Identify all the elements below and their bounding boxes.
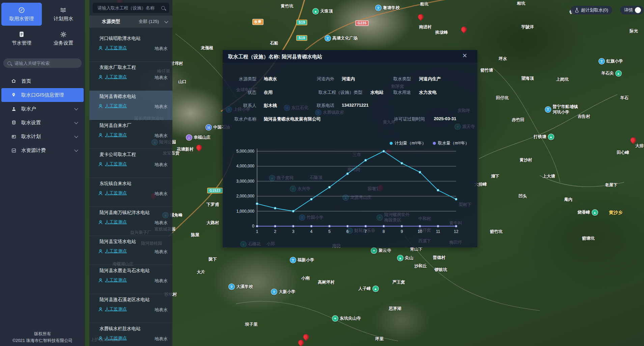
detail-label: 详情	[624, 7, 633, 13]
station-list-panel: 水源类型 全部 (125) 河口镇唱歌潭水电站 人工监测点 地表水 友能水厂取水…	[89, 0, 172, 346]
sidebar-item-1[interactable]: 取水口GIS信息管理	[1, 88, 84, 102]
monitor-type: 人工监测点	[105, 103, 127, 109]
source-type-filter[interactable]: 水源类型 全部 (125)	[89, 16, 172, 28]
person-icon	[99, 336, 103, 341]
field-river-inout-value: 河道内	[342, 76, 355, 82]
sidebar-item-2[interactable]: 取水户	[1, 102, 84, 116]
svg-text:2: 2	[274, 229, 276, 234]
station-name: 水唇镇水栏肚水电站	[100, 326, 141, 332]
chevron-down-icon	[74, 106, 78, 110]
filter-label: 水源类型	[102, 19, 120, 25]
modal-title: 取水工程（设施）名称: 陆河县青磜水电站	[228, 54, 322, 60]
app-tile-label: 计划用水	[54, 16, 73, 22]
chart-icon	[11, 148, 17, 153]
field-contact-value: 彭木桃	[264, 103, 277, 109]
field-owner-value: 陆河县青磜水电发展有限公司	[264, 116, 321, 122]
field-owner-label: 取水户名称	[224, 116, 256, 122]
station-list-item[interactable]: 陆河县水唇走马石水电站 人工监测点 地表水	[89, 265, 172, 294]
sidebar-search[interactable]	[3, 58, 82, 68]
app-root: 黄竹坑▲天珠顶文墩塘学校粗坑南进村挨垅蜂相坑芋陂洋际光铁人石船龙颈根文高塘文化广…	[0, 0, 644, 346]
detail-toggle-pill[interactable]: 详情	[620, 6, 644, 15]
svg-text:6: 6	[346, 229, 349, 234]
water-source-type: 地表水	[155, 104, 168, 110]
person-icon	[99, 46, 103, 50]
svg-text:3: 3	[292, 229, 295, 234]
water-source-type: 地表水	[155, 249, 168, 255]
person-icon	[99, 220, 103, 224]
station-list-item[interactable]: 陆河县宝塔水电站 人工监测点 地表水	[89, 236, 172, 265]
database-icon	[11, 120, 17, 125]
monitor-type: 人工监测点	[105, 335, 127, 341]
app-tile-2[interactable]: 节水管理	[1, 27, 42, 50]
filter-value[interactable]: 全部 (125)	[139, 19, 159, 25]
field-source-type-label: 水源类型	[224, 76, 256, 82]
legend-dot-actual	[433, 142, 436, 145]
user-icon	[11, 107, 17, 111]
over-plan-label: 超计划取水(0)	[581, 7, 608, 13]
close-icon[interactable]: ✕	[462, 53, 467, 59]
sidebar-item-label: 取水设置	[21, 119, 41, 126]
monitor-type: 人工监测点	[105, 277, 127, 283]
station-list-item[interactable]: 陆河县南万镇杞洋水电站 人工监测点 地表水	[89, 207, 172, 236]
station-list: 河口镇唱歌潭水电站 人工监测点 地表水 友能水厂取水工程 人工监测点 地表水 陆…	[89, 33, 172, 346]
station-list-item[interactable]: 友能水厂取水工程 人工监测点 地表水	[89, 62, 172, 91]
monitor-type: 人工监测点	[105, 45, 127, 51]
field-intake-type-value: 河道内生产	[419, 76, 441, 82]
copyright-line1: 版权所有	[0, 330, 85, 337]
station-name: 河口镇唱歌潭水电站	[100, 35, 141, 42]
legend-dot-plan	[390, 142, 393, 145]
station-search[interactable]	[93, 3, 169, 13]
chevron-down-icon	[74, 134, 78, 138]
svg-text:12: 12	[454, 229, 458, 234]
svg-text:5: 5	[328, 229, 331, 234]
over-plan-pill[interactable]: 超计划取水(0)	[571, 6, 612, 15]
station-list-item[interactable]: 水唇镇水栏肚水电站 人工监测点 地表水	[89, 323, 172, 346]
legend-item-actual[interactable]: 取水量（m³/年）	[433, 140, 469, 146]
station-list-item[interactable]: 陆河县自来水厂 人工监测点 地表水	[89, 120, 172, 149]
waves-icon	[60, 6, 67, 14]
sidebar-menu: 首页 取水口GIS信息管理 取水户 取水设置 取水计划 水资源计费	[0, 74, 85, 157]
field-phone-label: 联系电话	[302, 103, 334, 109]
field-usage-label: 取水用途	[379, 89, 411, 96]
toggle-knob[interactable]	[635, 7, 641, 13]
station-name: 陆河县激石溪老区水电站	[100, 297, 150, 303]
station-search-input[interactable]	[97, 5, 159, 11]
person-icon	[99, 278, 103, 283]
app-tile-label: 业务设置	[54, 40, 73, 46]
station-list-item[interactable]: 河口镇唱歌潭水电站 人工监测点 地表水	[89, 33, 172, 62]
station-list-item[interactable]: 麦卡公司取水工程 人工监测点 地表水	[89, 149, 172, 178]
monitor-type: 人工监测点	[105, 161, 127, 167]
station-name: 陆河县南万镇杞洋水电站	[100, 210, 150, 216]
station-name: 陆河县自来水厂	[100, 123, 132, 129]
chart-legend: 计划量（m³/年） 取水量（m³/年）	[390, 140, 469, 146]
station-list-item[interactable]: 陆河县激石溪老区水电站 人工监测点 地表水	[89, 294, 172, 323]
monitor-type: 人工监测点	[105, 190, 127, 196]
gear-icon	[60, 31, 66, 38]
water-source-type: 地表水	[155, 162, 168, 168]
station-list-item[interactable]: 东坑镇自来水站 人工监测点 地表水	[89, 178, 172, 207]
field-facility-type-label: 取水工程（设施）类型	[312, 89, 362, 96]
svg-text:10: 10	[418, 229, 422, 234]
app-tile-label: 节水管理	[12, 40, 31, 46]
sidebar-search-input[interactable]	[14, 60, 78, 66]
app-tile-3[interactable]: 业务设置	[43, 27, 84, 50]
gauge-icon	[18, 6, 25, 14]
water-source-type: 地表水	[155, 133, 168, 139]
app-tile-0[interactable]: 取用水管理	[1, 3, 42, 26]
sidebar-item-4[interactable]: 取水计划	[1, 130, 84, 143]
search-icon	[7, 61, 11, 65]
sidebar-item-3[interactable]: 取水设置	[1, 116, 84, 130]
app-tiles: 取用水管理 计划用水 节水管理 业务设置	[0, 0, 85, 51]
station-list-item[interactable]: 陆河县青磜水电站 人工监测点 地表水	[89, 91, 172, 120]
water-source-type: 地表水	[155, 46, 168, 52]
sidebar-item-5[interactable]: 水资源计费	[1, 143, 84, 157]
sidebar-item-label: 水资源计费	[21, 147, 46, 154]
card-icon	[11, 134, 17, 139]
copyright: 版权所有 ©2021 珠海市仁智科技有限公司	[0, 330, 85, 344]
app-tile-1[interactable]: 计划用水	[43, 3, 84, 26]
legend-item-plan[interactable]: 计划量（m³/年）	[390, 140, 426, 146]
svg-text:0: 0	[252, 224, 254, 229]
field-usage-value: 水力发电	[419, 89, 437, 96]
svg-text:11: 11	[436, 229, 440, 234]
sidebar-item-0[interactable]: 首页	[1, 74, 84, 88]
